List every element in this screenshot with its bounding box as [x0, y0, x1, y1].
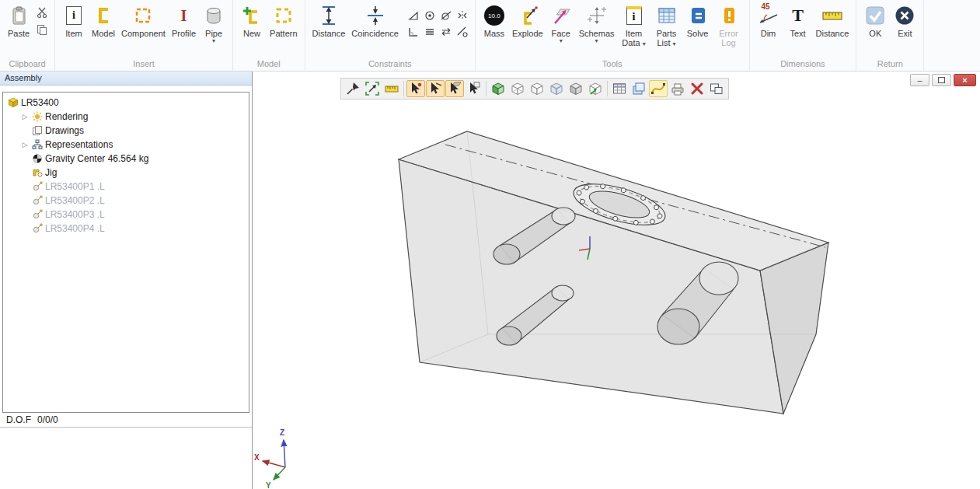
pipe-dropdown-caret[interactable]: ▾	[212, 38, 215, 44]
tangent-constraint-icon[interactable]	[439, 9, 453, 23]
parts-list-icon	[655, 4, 678, 27]
tree-root-label: LR53400	[21, 97, 59, 108]
expander-icon[interactable]: ▷	[20, 141, 30, 148]
zoom-to-selection-icon[interactable]	[363, 80, 382, 97]
measure-icon[interactable]	[382, 80, 401, 97]
grid-icon[interactable]	[610, 80, 629, 97]
tree-item-representations[interactable]: ▷ Representations	[3, 138, 249, 152]
distance-dim-button[interactable]: Distance	[813, 2, 853, 57]
angle-constraint-icon[interactable]	[406, 9, 420, 23]
profile-button[interactable]: I Profile	[169, 2, 199, 57]
select-point-icon[interactable]	[406, 80, 425, 97]
mass-button[interactable]: 10.0 Mass	[480, 2, 509, 57]
tree-item-rendering[interactable]: ▷ Rendering	[3, 110, 249, 124]
hidden-line-view-icon[interactable]	[528, 80, 546, 97]
explode-button[interactable]: Explode	[509, 2, 546, 57]
dof-label: D.O.F	[6, 414, 31, 425]
new-icon	[240, 4, 263, 27]
component-button[interactable]: Component	[118, 2, 169, 57]
select-edge-icon[interactable]	[426, 80, 445, 97]
window-controls: – ×	[910, 74, 976, 86]
ribbon-group-return: OK Exit Return	[856, 0, 924, 71]
tree-item-label: LR53400P1 .L	[45, 181, 105, 192]
item-label: Item	[65, 29, 82, 38]
layers-icon[interactable]	[630, 80, 648, 97]
new-label: New	[243, 29, 260, 38]
new-window-icon[interactable]	[707, 80, 726, 97]
select-face-icon[interactable]	[445, 80, 464, 97]
solve-icon	[686, 4, 710, 27]
restore-button[interactable]	[932, 74, 951, 86]
ribbon-group-label-insert: Insert	[59, 58, 228, 71]
graphics-viewport[interactable]: Z X Y – ×	[253, 72, 980, 489]
tree-item-part-1[interactable]: LR53400P1 .L	[3, 180, 249, 194]
dim-icon: 45	[757, 4, 780, 27]
item-data-button[interactable]: i Item Data ▾	[618, 2, 650, 57]
selection-filter-icon[interactable]	[465, 80, 483, 97]
tree-item-jig[interactable]: Jig	[3, 166, 249, 180]
minimize-button[interactable]: –	[910, 74, 929, 86]
text-button[interactable]: T Text	[783, 2, 813, 57]
parts-list-button[interactable]: Parts List ▾	[650, 2, 683, 57]
coincidence-button[interactable]: Coincidence	[348, 2, 402, 57]
new-button[interactable]: New	[237, 2, 267, 57]
view-orientation-icon[interactable]	[586, 80, 605, 97]
concentric-constraint-icon[interactable]	[423, 9, 437, 23]
spline-icon[interactable]	[649, 80, 668, 97]
expander-icon[interactable]: ▷	[20, 113, 30, 121]
print-icon[interactable]	[668, 80, 687, 97]
explode-icon	[516, 4, 539, 27]
copy-icon[interactable]	[35, 23, 49, 37]
distance-constraint-button[interactable]: Distance	[309, 2, 349, 57]
model-label: Model	[92, 29, 115, 38]
pipe-button[interactable]: Pipe ▾	[199, 2, 228, 57]
tree-item-part-2[interactable]: LR53400P2 .L	[3, 194, 249, 208]
dim-button[interactable]: 45 Dim	[754, 2, 783, 57]
assembly-panel-title: Assembly	[0, 72, 252, 86]
tangent-line-constraint-icon[interactable]	[455, 25, 469, 39]
item-button[interactable]: i Item	[59, 2, 89, 57]
pattern-button[interactable]: Pattern	[267, 2, 300, 57]
ok-button[interactable]: OK	[860, 2, 890, 57]
face-dropdown-caret[interactable]: ▾	[560, 38, 563, 44]
equal-constraint-icon[interactable]	[439, 25, 453, 39]
ok-label: OK	[869, 29, 881, 38]
error-log-button[interactable]: Error Log	[713, 2, 745, 57]
dim-label: Dim	[761, 29, 776, 38]
model-view[interactable]: Z X Y	[253, 72, 980, 489]
paste-button[interactable]: Paste	[4, 2, 33, 57]
parallel-constraint-icon[interactable]	[423, 25, 437, 39]
model-button[interactable]: Model	[89, 2, 118, 57]
transparent-view-icon[interactable]	[547, 80, 566, 97]
parts-list-dropdown-caret[interactable]: ▾	[673, 40, 676, 47]
schemas-button[interactable]: Schemas ▾	[576, 2, 618, 57]
symmetry-constraint-icon[interactable]	[455, 9, 469, 23]
pattern-label: Pattern	[270, 29, 297, 38]
tree-item-part-3[interactable]: LR53400P3 .L	[3, 208, 249, 222]
ribbon-group-label-clipboard: Clipboard	[4, 58, 51, 71]
tree-item-gravity-center[interactable]: Gravity Center 46.564 kg	[3, 152, 249, 166]
dof-value: 0/0/0	[37, 414, 58, 425]
close-button[interactable]: ×	[954, 74, 976, 86]
tree-item-root[interactable]: LR53400	[3, 96, 249, 110]
schemas-dropdown-caret[interactable]: ▾	[595, 38, 598, 44]
delete-icon[interactable]	[688, 80, 706, 97]
shaded-view-icon[interactable]	[489, 80, 507, 97]
item-data-dropdown-caret[interactable]: ▾	[643, 40, 646, 47]
pin-icon[interactable]	[344, 80, 362, 97]
profile-icon: I	[172, 4, 195, 27]
tree-item-part-4[interactable]: LR53400P4 .L	[3, 222, 249, 236]
text-label: Text	[790, 29, 805, 38]
component-label: Component	[121, 29, 166, 38]
solve-button[interactable]: Solve	[683, 2, 713, 57]
part-icon	[32, 181, 43, 192]
wireframe-view-icon[interactable]	[508, 80, 527, 97]
flat-view-icon[interactable]	[567, 80, 585, 97]
ribbon-group-clipboard: Paste Clipboard	[0, 0, 55, 71]
face-button[interactable]: Face ▾	[546, 2, 576, 57]
cut-icon[interactable]	[35, 5, 49, 19]
schemas-icon	[585, 4, 609, 27]
perpendicular-constraint-icon[interactable]	[406, 25, 420, 39]
exit-button[interactable]: Exit	[890, 2, 919, 57]
tree-item-drawings[interactable]: Drawings	[3, 124, 249, 138]
